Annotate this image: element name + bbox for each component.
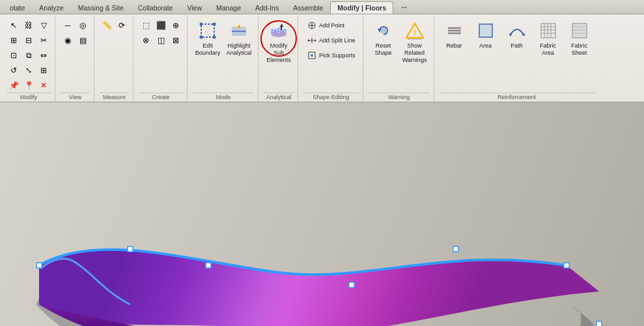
group-measure-content: 📏 ⟳ bbox=[100, 17, 129, 93]
tab-massing[interactable]: Massing & Site bbox=[71, 1, 131, 14]
array-btn[interactable]: ⊞ bbox=[36, 63, 51, 78]
add-point-icon bbox=[307, 20, 317, 31]
copy-btn[interactable]: ⧉ bbox=[21, 48, 36, 63]
svg-point-12 bbox=[284, 29, 287, 31]
split-btn[interactable]: ⊟ bbox=[21, 33, 36, 48]
measure-icons: 📏 ⟳ bbox=[100, 18, 129, 33]
tab-manage[interactable]: Manage bbox=[209, 1, 248, 14]
rotate-btn[interactable]: ↺ bbox=[7, 63, 21, 78]
group-analytical-content: ModifySub Elements bbox=[264, 17, 294, 93]
view2-btn[interactable]: ▤ bbox=[76, 33, 90, 48]
edit-boundary-icon bbox=[197, 20, 218, 41]
edit-boundary-btn[interactable]: EditBoundary bbox=[193, 18, 223, 59]
group-measure-label: Measure bbox=[100, 93, 129, 102]
group-modify: ↖ ⛓ ▽ ⊞ ⊟ ✂ ⊡ ⧉ ⇔ ↺ bbox=[3, 16, 55, 102]
tab-addins[interactable]: Add-Ins bbox=[248, 1, 286, 14]
add-split-line-label: Add Split Line bbox=[319, 37, 356, 44]
offset-btn[interactable]: ⊡ bbox=[7, 48, 21, 63]
create1-btn[interactable]: ⬚ bbox=[139, 18, 153, 33]
tab-extra[interactable]: ↔ bbox=[393, 0, 415, 14]
fabric-sheet-label: FabricSheet bbox=[571, 42, 587, 57]
create4-btn[interactable]: ⊗ bbox=[139, 33, 153, 48]
view-icons: ─ ◎ ◉ ▤ bbox=[61, 18, 90, 48]
pick-supports-icon bbox=[307, 50, 317, 61]
measure-loop-btn[interactable]: ⟳ bbox=[115, 18, 129, 33]
area-icon bbox=[475, 20, 496, 41]
create6-btn[interactable]: ⊠ bbox=[169, 33, 183, 48]
create3-btn[interactable]: ⊕ bbox=[169, 18, 183, 33]
unpin-btn[interactable]: 📍 bbox=[21, 78, 36, 93]
path-btn[interactable]: Path bbox=[502, 18, 532, 52]
group-create: ⬚ ⬛ ⊕ ⊗ ◫ ⊠ Create bbox=[135, 16, 188, 102]
pick-supports-btn[interactable]: Pick Supports bbox=[303, 48, 359, 63]
group-shape-editing-content: Add Point Add Split Line bbox=[303, 17, 359, 93]
fabric-sheet-btn[interactable]: FabricSheet bbox=[565, 18, 595, 59]
group-create-label: Create bbox=[139, 93, 183, 102]
fabric-area-icon bbox=[538, 20, 559, 41]
show-warnings-btn[interactable]: ! Show RelatedWarnings bbox=[400, 18, 430, 65]
modify-icons: ↖ ⛓ ▽ ⊞ ⊟ ✂ ⊡ ⧉ ⇔ ↺ bbox=[7, 18, 51, 93]
group-analytical: ModifySub Elements Analytical bbox=[260, 16, 298, 102]
group-analytical-label: Analytical bbox=[264, 93, 294, 102]
create2-btn[interactable]: ⬛ bbox=[154, 18, 168, 33]
tab-analyze[interactable]: Analyze bbox=[32, 1, 70, 14]
svg-text:!: ! bbox=[413, 29, 416, 38]
rebar-btn[interactable]: Rebar bbox=[440, 18, 469, 52]
add-point-btn[interactable]: Add Point bbox=[303, 18, 359, 33]
svg-point-20 bbox=[315, 40, 316, 42]
pick-supports-label: Pick Supports bbox=[319, 52, 356, 59]
add-split-line-icon bbox=[307, 35, 317, 46]
pin-btn[interactable]: 📌 bbox=[7, 78, 21, 93]
select-btn[interactable]: ↖ bbox=[7, 18, 21, 33]
viewport[interactable] bbox=[0, 102, 644, 326]
add-split-line-btn[interactable]: Add Split Line bbox=[303, 33, 359, 48]
tab-rotate[interactable]: otate bbox=[3, 1, 32, 14]
highlight-analytical-btn[interactable]: HighlightAnalytical bbox=[224, 18, 254, 59]
path-label: Path bbox=[511, 42, 523, 49]
chain-btn[interactable]: ⛓ bbox=[21, 18, 36, 33]
svg-rect-36 bbox=[541, 23, 555, 38]
svg-point-35 bbox=[522, 33, 525, 36]
thin-lines-btn[interactable]: ─ bbox=[61, 18, 75, 33]
measure-dist-btn[interactable]: 📏 bbox=[100, 18, 114, 33]
modify-sub-icon bbox=[268, 20, 289, 41]
svg-rect-43 bbox=[572, 23, 587, 38]
tab-collaborate[interactable]: Collaborate bbox=[131, 1, 180, 14]
reset-shape-btn[interactable]: ResetShape bbox=[369, 18, 399, 59]
rebar-icon bbox=[444, 20, 465, 41]
create5-btn[interactable]: ◫ bbox=[154, 33, 168, 48]
group-shape-editing: Add Point Add Split Line bbox=[300, 16, 363, 102]
group-mode-label: Mode bbox=[193, 93, 254, 102]
scale-btn[interactable]: ⤡ bbox=[21, 63, 36, 78]
svg-marker-7 bbox=[237, 24, 241, 28]
area-label: Area bbox=[479, 42, 492, 49]
mirror-btn[interactable]: ⇔ bbox=[36, 48, 51, 63]
group-create-content: ⬚ ⬛ ⊕ ⊗ ◫ ⊠ bbox=[139, 17, 183, 93]
create-icons: ⬚ ⬛ ⊕ ⊗ ◫ ⊠ bbox=[139, 18, 183, 48]
trim-btn[interactable]: ✂ bbox=[36, 33, 51, 48]
shape-editing-buttons: Add Point Add Split Line bbox=[303, 18, 359, 63]
hide-btn[interactable]: ◎ bbox=[76, 18, 90, 33]
svg-rect-32 bbox=[479, 24, 492, 37]
filter-btn[interactable]: ▽ bbox=[36, 18, 51, 33]
group-warning-label: Warning bbox=[369, 93, 430, 102]
ribbon-content: ↖ ⛓ ▽ ⊞ ⊟ ✂ ⊡ ⧉ ⇔ ↺ bbox=[0, 14, 644, 102]
align-btn[interactable]: ⊞ bbox=[7, 33, 21, 48]
group-view-content: ─ ◎ ◉ ▤ bbox=[61, 17, 90, 93]
tab-modify-floors[interactable]: Modify | Floors bbox=[330, 1, 393, 14]
delete-btn[interactable]: ✕ bbox=[36, 78, 51, 93]
group-reinforcement: Rebar Area bbox=[436, 16, 598, 102]
group-mode-content: EditBoundary HighlightAnalytical bbox=[193, 17, 254, 93]
isolate-btn[interactable]: ◉ bbox=[61, 33, 75, 48]
reset-shape-label: ResetShape bbox=[375, 42, 392, 57]
group-view-label: View bbox=[61, 93, 90, 102]
fabric-area-btn[interactable]: FabricArea bbox=[533, 18, 563, 59]
svg-point-2 bbox=[213, 23, 216, 26]
svg-point-23 bbox=[311, 54, 313, 57]
tab-view[interactable]: View bbox=[180, 1, 209, 14]
area-btn[interactable]: Area bbox=[471, 18, 501, 52]
tab-assemble[interactable]: Assemble bbox=[286, 1, 330, 14]
svg-point-4 bbox=[213, 36, 216, 39]
modify-sub-elements-btn[interactable]: ModifySub Elements bbox=[264, 18, 294, 65]
modify-sub-label: ModifySub Elements bbox=[266, 42, 291, 63]
